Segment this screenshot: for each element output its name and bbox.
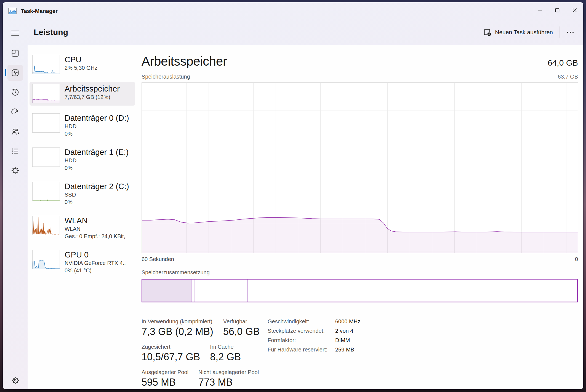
performance-list: CPU 2% 5,30 GHz Arbeitsspeicher 7,7/63,7…	[28, 45, 135, 389]
ellipsis-icon	[566, 31, 574, 33]
hw-label: Geschwindigkeit:	[268, 318, 335, 325]
disk0-sparkline-chart	[32, 113, 60, 133]
perf-item-disk1[interactable]: Datenträger 1 (E:) HDD 0%	[30, 145, 135, 174]
composition-label: Speicherzusammensetzung	[142, 269, 578, 276]
stat-value: 595 MB	[142, 376, 188, 388]
hw-label: Formfaktor:	[268, 337, 335, 344]
maximize-icon	[555, 8, 560, 12]
stat-label: Zugesichert	[142, 343, 200, 350]
stat-label: Nicht ausgelagerter Pool	[198, 369, 259, 376]
toolbar-divider	[560, 26, 560, 38]
perf-item-memory[interactable]: Arbeitsspeicher 7,7/63,7 GB (12%)	[30, 82, 135, 106]
app-history-icon	[11, 88, 19, 96]
sidebar-item-processes[interactable]	[7, 45, 23, 61]
memory-sparkline-chart	[32, 84, 60, 103]
processes-icon	[11, 49, 19, 57]
perf-item-subline: 0% (41 °C)	[65, 267, 126, 274]
task-manager-app-icon	[8, 8, 17, 14]
hw-value: 6000 MHz	[335, 318, 360, 325]
perf-item-title: CPU	[65, 55, 97, 64]
close-button[interactable]	[566, 2, 583, 18]
perf-item-cpu[interactable]: CPU 2% 5,30 GHz	[30, 53, 135, 76]
toolbar: Leistung Neuen Task ausführen	[28, 20, 583, 45]
perf-item-subline: Ges.: 0 Empf.: 24,0 KBit,	[65, 233, 125, 240]
stat-label: Ausgelagerter Pool	[142, 369, 188, 376]
minimize-button[interactable]	[531, 2, 548, 18]
details-icon	[11, 147, 19, 155]
perf-item-title: WLAN	[65, 216, 125, 225]
time-axis-right-label: 0	[575, 256, 578, 263]
detail-title: Arbeitsspeicher	[142, 53, 227, 69]
perf-item-wlan[interactable]: WLAN WLAN Ges.: 0 Empf.: 24,0 KBit,	[30, 214, 135, 242]
sidebar-item-users[interactable]	[7, 123, 23, 139]
stat-value: 8,2 GB	[210, 351, 241, 363]
memory-stats: In Verwendung (komprimiert) 7,3 GB (0,2 …	[142, 318, 268, 389]
run-new-task-button[interactable]: Neuen Task ausführen	[480, 26, 557, 39]
perf-item-title: Datenträger 0 (D:)	[65, 113, 129, 123]
stat-label: Im Cache	[210, 343, 241, 350]
window-controls	[531, 2, 583, 18]
hw-value: 2 von 4	[335, 327, 360, 334]
window-title: Task-Manager	[21, 8, 58, 14]
gpu-sparkline-chart	[32, 250, 60, 269]
startup-apps-icon	[11, 108, 19, 116]
perf-item-subline: HDD	[65, 123, 129, 130]
sidebar-item-performance[interactable]	[7, 65, 23, 81]
usage-graph-label: Speicherauslastung	[142, 73, 190, 80]
hardware-info-table: Geschwindigkeit: 6000 MHz Steckplätze ve…	[268, 318, 360, 389]
stat-value: 56,0 GB	[223, 326, 260, 338]
minimize-icon	[538, 8, 542, 12]
sidebar-item-settings[interactable]	[7, 372, 23, 388]
composition-divider-modified	[194, 280, 195, 302]
perf-item-disk2[interactable]: Datenträger 2 (C:) SSD 0%	[30, 179, 135, 208]
perf-item-title: GPU 0	[65, 250, 126, 259]
perf-item-subline: SSD	[65, 191, 129, 198]
perf-item-title: Arbeitsspeicher	[65, 84, 120, 93]
hw-label: Für Hardware reserviert:	[268, 346, 335, 353]
navigation-menu-button[interactable]	[9, 28, 22, 39]
perf-item-subline: HDD	[65, 157, 129, 164]
perf-item-subline: NVIDIA GeForce RTX 4..	[65, 259, 126, 267]
run-new-task-label: Neuen Task ausführen	[495, 29, 553, 36]
hw-value: 259 MB	[335, 346, 360, 353]
memory-detail-pane: Arbeitsspeicher 64,0 GB Speicherauslastu…	[142, 45, 583, 389]
maximize-button[interactable]	[548, 2, 566, 18]
stat-label: In Verwendung (komprimiert)	[142, 318, 213, 325]
perf-item-subline: WLAN	[65, 225, 125, 233]
sidebar-item-app-history[interactable]	[7, 84, 23, 100]
disk2-sparkline-chart	[32, 182, 60, 201]
stat-value: 773 MB	[198, 376, 259, 388]
perf-item-subline: 0%	[65, 164, 129, 172]
perf-item-gpu[interactable]: GPU 0 NVIDIA GeForce RTX 4.. 0% (41 °C)	[30, 248, 135, 276]
perf-item-title: Datenträger 2 (C:)	[65, 182, 129, 191]
composition-segment-in-use	[142, 280, 191, 302]
memory-composition-bar	[142, 279, 578, 302]
settings-gear-icon	[11, 376, 19, 384]
composition-divider-in-use	[191, 280, 191, 302]
wlan-sparkline-chart	[32, 216, 60, 235]
composition-divider-standby	[247, 280, 248, 302]
perf-item-subline: 7,7/63,7 GB (12%)	[65, 93, 120, 101]
services-icon	[11, 167, 19, 175]
more-options-button[interactable]	[563, 26, 578, 38]
performance-icon	[11, 69, 19, 77]
stat-label: Verfügbar	[223, 318, 260, 325]
sidebar-item-startup-apps[interactable]	[7, 104, 23, 120]
sidebar-item-services[interactable]	[7, 163, 23, 179]
usage-graph-max: 63,7 GB	[558, 73, 578, 80]
sidebar	[3, 20, 28, 389]
page-title: Leistung	[34, 28, 68, 37]
users-icon	[11, 127, 19, 136]
task-manager-window: Task-Manager	[3, 2, 583, 389]
time-axis-left-label: 60 Sekunden	[142, 256, 174, 263]
perf-item-disk0[interactable]: Datenträger 0 (D:) HDD 0%	[30, 111, 135, 140]
hw-label: Steckplätze verwendet:	[268, 327, 335, 334]
new-task-icon	[483, 28, 491, 36]
memory-capacity: 64,0 GB	[548, 55, 578, 71]
sidebar-item-details[interactable]	[7, 143, 23, 159]
disk1-sparkline-chart	[32, 147, 60, 167]
hw-value: DIMM	[335, 337, 360, 344]
titlebar: Task-Manager	[3, 2, 583, 20]
close-icon	[572, 8, 577, 12]
perf-item-subline: 0%	[65, 198, 129, 206]
